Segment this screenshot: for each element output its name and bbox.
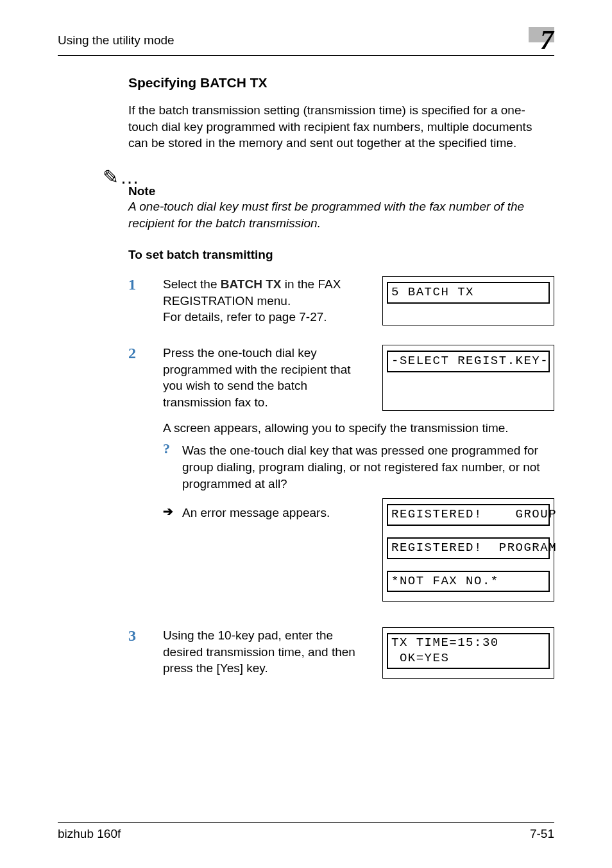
section-title: Specifying BATCH TX bbox=[128, 75, 554, 91]
arrow-icon: ➔ bbox=[163, 505, 177, 519]
lcd-display: -SELECT REGIST.KEY- bbox=[382, 345, 554, 411]
answer-text: An error message appears. bbox=[182, 505, 371, 521]
running-head: Using the utility mode bbox=[58, 27, 174, 48]
lcd-display: TX TIME=15:30 OK=YES bbox=[382, 627, 554, 679]
lcd-line: 5 BATCH TX bbox=[387, 282, 550, 304]
lcd-line: *NOT FAX NO.* bbox=[387, 571, 550, 593]
step-number: 2 bbox=[128, 345, 163, 361]
question-text: Was the one-touch dial key that was pres… bbox=[182, 442, 554, 492]
footer-product: bizhub 160f bbox=[58, 827, 121, 841]
step-number: 1 bbox=[128, 276, 163, 292]
step-number: 3 bbox=[128, 627, 163, 643]
section-intro: If the batch transmission setting (trans… bbox=[128, 102, 554, 152]
step1-text-before: Select the bbox=[163, 277, 221, 291]
question-icon: ? bbox=[163, 442, 177, 456]
lcd-line: -SELECT REGIST.KEY- bbox=[387, 351, 550, 372]
lcd-two-row: TX TIME=15:30 OK=YES bbox=[387, 633, 550, 669]
question-row: ? Was the one-touch dial key that was pr… bbox=[163, 442, 554, 492]
step-3: 3 Using the 10-key pad, enter the desire… bbox=[128, 627, 554, 679]
content-area: Specifying BATCH TX If the batch transmi… bbox=[58, 56, 554, 679]
lcd-line: REGISTERED! PROGRAM bbox=[387, 537, 550, 559]
lcd-line: REGISTERED! GROUP bbox=[387, 504, 550, 526]
chapter-number: 7 bbox=[540, 24, 554, 55]
chapter-marker: 7 bbox=[522, 27, 554, 54]
step-text: Press the one-touch dial key programmed … bbox=[163, 345, 371, 411]
page-footer: bizhub 160f 7-51 bbox=[58, 822, 554, 841]
note-text: A one-touch dial key must first be progr… bbox=[128, 198, 554, 231]
answer-row: ➔ An error message appears. bbox=[163, 505, 371, 521]
step2-after: A screen appears, allowing you to specif… bbox=[163, 420, 554, 437]
note-label: Note bbox=[128, 184, 554, 198]
step-2: 2 Press the one-touch dial key programme… bbox=[128, 345, 554, 602]
page-header: Using the utility mode 7 bbox=[58, 27, 554, 56]
step1-bold: BATCH TX bbox=[221, 277, 282, 291]
lcd-error-display: REGISTERED! GROUP REGISTERED! PROGRAM *N… bbox=[382, 498, 554, 602]
procedure-title: To set batch transmitting bbox=[128, 248, 554, 262]
step-1: 1 Select the BATCH TX in the FAX REGISTR… bbox=[128, 276, 554, 326]
lcd-display: 5 BATCH TX bbox=[382, 276, 554, 326]
step-text: Using the 10-key pad, enter the desired … bbox=[163, 627, 371, 679]
step-text: Select the BATCH TX in the FAX REGISTRAT… bbox=[163, 276, 371, 326]
footer-page: 7-51 bbox=[530, 827, 554, 841]
step1-line2: For details, refer to page 7-27. bbox=[163, 310, 327, 324]
